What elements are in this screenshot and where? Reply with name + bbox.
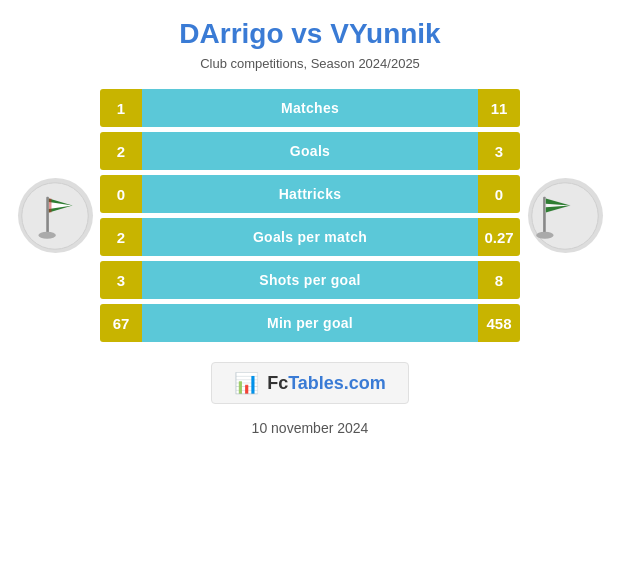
- stat-label: Goals per match: [142, 218, 478, 256]
- logo-section: 📊 FcTables.com: [211, 362, 409, 404]
- svg-rect-4: [49, 198, 52, 212]
- stats-table: 1Matches112Goals30Hattricks02Goals per m…: [100, 89, 520, 342]
- svg-rect-7: [543, 196, 546, 235]
- stat-right-value: 458: [478, 304, 520, 342]
- stat-left-value: 1: [100, 89, 142, 127]
- stat-left-value: 3: [100, 261, 142, 299]
- stat-left-value: 2: [100, 132, 142, 170]
- svg-point-0: [22, 182, 89, 249]
- stat-label: Min per goal: [142, 304, 478, 342]
- stat-right-value: 8: [478, 261, 520, 299]
- stat-right-value: 3: [478, 132, 520, 170]
- stat-row: 2Goals per match0.27: [100, 218, 520, 256]
- stat-row: 3Shots per goal8: [100, 261, 520, 299]
- stat-right-value: 0.27: [478, 218, 520, 256]
- stat-row: 0Hattricks0: [100, 175, 520, 213]
- svg-point-6: [532, 182, 599, 249]
- subtitle: Club competitions, Season 2024/2025: [200, 56, 420, 71]
- stat-label: Matches: [142, 89, 478, 127]
- chart-icon: 📊: [234, 371, 259, 395]
- page-title: DArrigo vs VYunnik: [179, 18, 440, 50]
- stat-label: Shots per goal: [142, 261, 478, 299]
- footer-date: 10 november 2024: [252, 420, 369, 436]
- logo-box: 📊 FcTables.com: [211, 362, 409, 404]
- stat-row: 2Goals3: [100, 132, 520, 170]
- stat-left-value: 2: [100, 218, 142, 256]
- stat-row: 1Matches11: [100, 89, 520, 127]
- stat-right-value: 0: [478, 175, 520, 213]
- right-team: [520, 178, 610, 253]
- svg-rect-1: [46, 196, 49, 235]
- stat-label: Goals: [142, 132, 478, 170]
- right-team-crest: [528, 178, 603, 253]
- svg-point-5: [38, 231, 56, 238]
- stat-left-value: 0: [100, 175, 142, 213]
- svg-point-11: [536, 231, 554, 238]
- stat-left-value: 67: [100, 304, 142, 342]
- stat-right-value: 11: [478, 89, 520, 127]
- stat-label: Hattricks: [142, 175, 478, 213]
- logo-text: FcTables.com: [267, 373, 386, 394]
- stat-row: 67Min per goal458: [100, 304, 520, 342]
- left-team: [10, 178, 100, 253]
- left-team-crest: [18, 178, 93, 253]
